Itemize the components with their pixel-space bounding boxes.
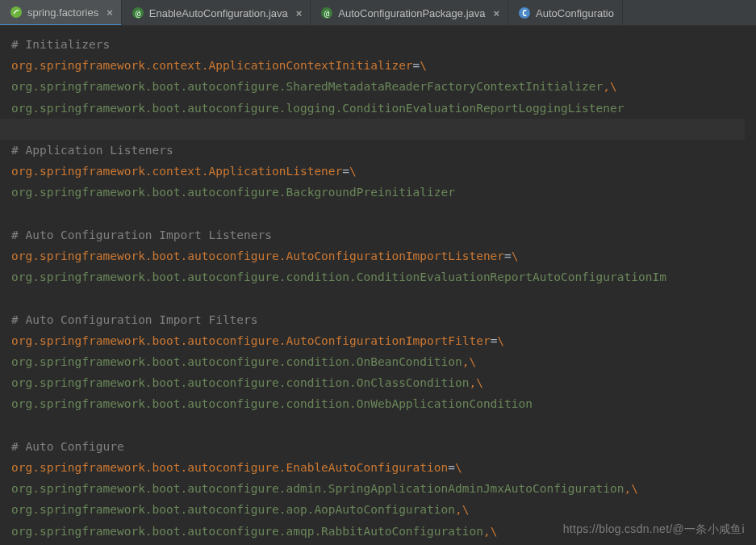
annotation-icon: @ xyxy=(320,6,333,19)
watermark: https://blog.csdn.net/@一条小咸鱼i xyxy=(563,522,745,537)
code-line: # Auto Configure xyxy=(11,436,756,457)
tab-label: EnableAutoConfiguration.java xyxy=(149,7,288,19)
code-line xyxy=(11,415,756,436)
code-line: org.springframework.boot.autoconfigure.c… xyxy=(11,393,756,414)
spring-icon xyxy=(10,6,23,19)
class-icon: C xyxy=(518,6,531,19)
close-icon[interactable]: × xyxy=(296,7,303,19)
tab-label: spring.factories xyxy=(27,6,98,19)
code-line: org.springframework.boot.autoconfigure.a… xyxy=(11,499,756,520)
tab-label: AutoConfigurationPackage.java xyxy=(338,7,485,19)
code-line xyxy=(11,203,756,224)
close-icon[interactable]: × xyxy=(107,6,113,19)
code-line: org.springframework.boot.autoconfigure.A… xyxy=(11,245,756,266)
editor-tab-bar: spring.factories×@EnableAutoConfiguratio… xyxy=(0,0,756,26)
svg-text:@: @ xyxy=(135,8,140,19)
code-line xyxy=(11,287,756,308)
editor-tab-1[interactable]: @EnableAutoConfiguration.java× xyxy=(122,0,311,26)
code-line xyxy=(0,119,745,140)
code-line: org.springframework.boot.autoconfigure.E… xyxy=(11,457,756,478)
code-line: org.springframework.boot.autoconfigure.c… xyxy=(11,372,756,393)
code-line: org.springframework.boot.autoconfigure.c… xyxy=(11,266,756,287)
code-line: org.springframework.boot.autoconfigure.a… xyxy=(11,478,756,499)
editor-tab-2[interactable]: @AutoConfigurationPackage.java× xyxy=(311,0,508,26)
code-line: org.springframework.boot.autoconfigure.c… xyxy=(11,351,756,372)
close-icon[interactable]: × xyxy=(493,7,499,19)
code-line: # Initializers xyxy=(11,34,756,55)
code-line: org.springframework.boot.autoconfigure.A… xyxy=(11,330,756,351)
code-line: # Auto Configuration Import Listeners xyxy=(11,224,756,245)
code-line: org.springframework.context.ApplicationL… xyxy=(11,161,756,182)
svg-text:@: @ xyxy=(324,8,330,19)
tab-label: AutoConfiguratio xyxy=(536,7,614,19)
code-editor[interactable]: # Initializersorg.springframework.contex… xyxy=(0,26,756,542)
code-line: org.springframework.boot.autoconfigure.S… xyxy=(11,76,756,97)
editor-tab-3[interactable]: CAutoConfiguratio xyxy=(508,0,623,26)
svg-text:C: C xyxy=(522,9,527,18)
code-line: # Auto Configuration Import Filters xyxy=(11,309,756,330)
editor-tab-0[interactable]: spring.factories× xyxy=(0,0,122,26)
code-line: org.springframework.context.ApplicationC… xyxy=(11,55,756,76)
code-line: org.springframework.boot.autoconfigure.B… xyxy=(11,182,756,203)
svg-point-0 xyxy=(10,6,22,18)
code-line: org.springframework.boot.autoconfigure.l… xyxy=(11,98,756,119)
code-line: # Application Listeners xyxy=(11,140,756,161)
annotation-icon: @ xyxy=(132,6,144,19)
